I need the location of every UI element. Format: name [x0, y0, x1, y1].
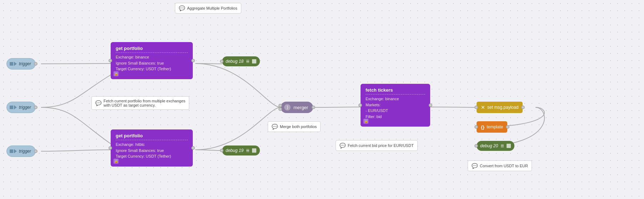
debug19-square-icon: [252, 148, 256, 153]
trigger-icon-2: [10, 105, 17, 109]
tickers-title: fetch tickers: [366, 87, 425, 93]
debug19-input-port: [220, 149, 223, 152]
trigger-label-3: trigger: [19, 149, 31, 154]
portfolio2-input-port: [109, 146, 112, 150]
tickers-exchange: Exchange: binance: [366, 96, 425, 102]
trigger-node-2[interactable]: trigger: [6, 102, 36, 113]
debug20-lines-icon: [500, 144, 504, 148]
portfolio2-exchange: Exchange: hitbtc: [116, 142, 188, 148]
lock-icon-1: 🔒: [114, 71, 119, 76]
portfolio2-output-port: [191, 146, 195, 150]
portfolio1-input-port: [109, 59, 112, 62]
workflow-canvas[interactable]: 💬 Aggregate Multiple Portfolios trigger …: [0, 0, 644, 199]
trigger-node-3[interactable]: trigger: [6, 146, 36, 157]
debug18-lines-icon: [246, 59, 250, 64]
debug20-label: debug 20: [480, 143, 498, 148]
debug19-label: debug 19: [226, 148, 243, 153]
trigger-icon-3: [10, 149, 17, 153]
bid-comment-icon: 💬: [339, 143, 346, 148]
portfolio2-ignore: Ignore Small Balances: true: [116, 148, 188, 154]
set-payload-node[interactable]: ✕ set msg.payload: [477, 102, 523, 113]
get-portfolio-node-2[interactable]: get portfolio Exchange: hitbtc Ignore Sm…: [111, 129, 193, 167]
template-input-port: [474, 125, 478, 129]
debug19-lines-icon: [246, 148, 250, 153]
portfolio1-currency: Target Currency: USDT (Tether): [116, 66, 188, 72]
debug18-square-icon: [252, 59, 256, 63]
payload-output-port: [521, 106, 525, 109]
portfolio1-ignore: Ignore Small Balances: true: [116, 60, 188, 66]
merger-label: merger: [293, 105, 308, 110]
bid-comment-label: Fetch current bid price for EUR/USDT: [348, 143, 414, 148]
debug20-input-port: [474, 144, 478, 148]
bid-comment-node[interactable]: 💬 Fetch current bid price for EUR/USDT: [336, 140, 418, 151]
debug18-label: debug 18: [226, 59, 243, 64]
template-label: template: [487, 124, 503, 129]
merger-node[interactable]: ⟩ merger: [281, 102, 313, 113]
fetch-tickers-node[interactable]: fetch tickers Exchange: binance Markets:…: [361, 84, 430, 127]
tickers-output-port: [429, 103, 432, 107]
trigger2-output-port: [34, 106, 37, 109]
tickers-market-item: - EUR/USDT: [366, 108, 425, 114]
fetch-comment-text: Fetch current portfolio from multiple ex…: [104, 99, 185, 107]
portfolio1-output-port: [191, 59, 195, 62]
convert-comment-node[interactable]: 💬 Convert from USDT to EUR: [468, 160, 532, 171]
lock-icon-2: 🔒: [114, 159, 119, 164]
merge-comment-label: Merge both portfolios: [280, 124, 317, 129]
trigger-label-1: trigger: [19, 61, 31, 66]
portfolio2-currency: Target Currency: USDT (Tether): [116, 153, 188, 159]
comment-icon: 💬: [179, 5, 185, 11]
fetch-comment-icon: 💬: [95, 100, 101, 106]
debug-node-18[interactable]: debug 18: [222, 56, 260, 66]
trigger-label-2: trigger: [19, 105, 31, 110]
debug20-square-icon: [507, 144, 511, 148]
merger-output-port: [312, 106, 315, 109]
debug-node-20[interactable]: debug 20: [477, 141, 514, 151]
merger-input-port-1: [278, 104, 282, 107]
title-comment-label: Aggregate Multiple Portfolios: [187, 6, 237, 10]
title-comment-node[interactable]: 💬 Aggregate Multiple Portfolios: [175, 3, 241, 14]
tickers-input-port: [358, 103, 362, 107]
debug18-input-port: [220, 60, 223, 63]
fetch-comment-node[interactable]: 💬 Fetch current portfolio from multiple …: [91, 96, 189, 110]
template-node[interactable]: {} template: [477, 121, 507, 133]
merger-icon: ⟩: [284, 104, 291, 111]
convert-comment-label: Convert from USDT to EUR: [480, 164, 528, 168]
trigger-node-1[interactable]: trigger: [6, 58, 36, 70]
tickers-filter: Filter: bid: [366, 114, 425, 120]
template-output-port: [506, 125, 509, 129]
payload-label: set msg.payload: [487, 105, 518, 110]
merge-comment-icon: 💬: [272, 124, 278, 129]
trigger1-output-port: [34, 62, 37, 66]
merge-comment-node[interactable]: 💬 Merge both portfolios: [268, 121, 321, 132]
convert-comment-icon: 💬: [472, 163, 478, 169]
template-icon: {}: [481, 124, 484, 130]
portfolio1-title: get portfolio: [116, 46, 188, 51]
tickers-markets-label: Markets:: [366, 102, 425, 108]
merger-input-port-2: [278, 107, 282, 111]
portfolio2-title: get portfolio: [116, 133, 188, 138]
portfolio1-exchange: Exchange: binance: [116, 54, 188, 60]
lock-icon-3: 🔒: [363, 119, 368, 124]
payload-input-port: [474, 106, 478, 109]
trigger3-output-port: [34, 149, 37, 153]
trigger-icon-1: [10, 62, 17, 66]
get-portfolio-node-1[interactable]: get portfolio Exchange: binance Ignore S…: [111, 42, 193, 79]
payload-icon: ✕: [481, 104, 485, 110]
debug-node-19[interactable]: debug 19: [222, 146, 260, 155]
